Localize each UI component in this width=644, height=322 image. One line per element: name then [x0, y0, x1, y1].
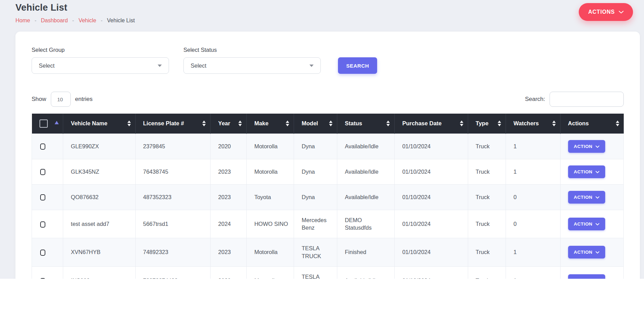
row-action-label: ACTION: [574, 195, 592, 200]
column-header-watchers[interactable]: Watchers: [506, 114, 561, 134]
cell-type: Truck: [468, 210, 506, 238]
row-action-button[interactable]: ACTION: [568, 274, 605, 279]
column-header-label: Watchers: [513, 120, 539, 127]
row-select-cell: [32, 134, 63, 159]
table-row: GLE990ZX23798452020MotorollaDynaAvailabl…: [32, 134, 624, 159]
search-button[interactable]: SEARCH: [338, 57, 377, 74]
entries-control: Show entries: [32, 92, 93, 107]
row-action-button[interactable]: ACTION: [568, 218, 605, 230]
status-select[interactable]: Select: [183, 57, 321, 74]
breadcrumb-separator: -: [72, 18, 74, 24]
group-filter-label: Select Group: [32, 47, 169, 53]
table-header-row: Vehicle NameLicense Plate #YearMakeModel…: [32, 114, 624, 134]
cell-model: Dyna: [294, 184, 337, 210]
column-header-make[interactable]: Make: [247, 114, 294, 134]
sort-arrows-icon[interactable]: [202, 120, 206, 126]
column-header-type[interactable]: Type: [468, 114, 506, 134]
vehicle-list-page: Vehicle List Home-Dashboard-Vehicle-Vehi…: [0, 0, 644, 322]
table-search-input[interactable]: [550, 92, 624, 107]
sort-up-icon: [460, 120, 463, 123]
cell-license-plate: 76438745: [135, 159, 211, 184]
breadcrumb-item-vehicle[interactable]: Vehicle: [79, 18, 97, 24]
cell-vehicle-name: XVN67HYB: [63, 238, 135, 267]
sort-down-icon: [286, 124, 289, 126]
sort-up-icon: [498, 120, 501, 123]
column-header-label: Make: [254, 120, 268, 127]
row-actions-cell: ACTION: [560, 134, 623, 159]
table-controls: Show entries Search:: [32, 92, 624, 107]
row-action-button[interactable]: ACTION: [568, 140, 605, 153]
column-header-label: Status: [345, 120, 362, 127]
row-action-button[interactable]: ACTION: [568, 246, 605, 258]
cell-vehicle-name: test asset add7: [63, 210, 135, 238]
row-checkbox[interactable]: [40, 143, 45, 150]
cell-license-plate: 2379845: [135, 134, 211, 159]
cell-status: Available/Idle: [337, 266, 395, 279]
sort-arrows-icon[interactable]: [498, 120, 501, 126]
row-action-button[interactable]: ACTION: [568, 191, 605, 204]
cell-status: Available/Idle: [337, 184, 395, 210]
row-checkbox[interactable]: [40, 250, 45, 256]
sort-arrows-icon[interactable]: [286, 120, 289, 126]
cell-type: Truck: [468, 159, 506, 184]
sort-ascending-icon: [55, 121, 59, 124]
row-select-cell: [32, 210, 63, 238]
chevron-down-icon: [596, 250, 599, 255]
column-header-purchase-date[interactable]: Purchase Date: [395, 114, 468, 134]
sort-arrows-icon[interactable]: [460, 120, 463, 126]
row-select-cell: [32, 184, 63, 210]
sort-arrows-icon[interactable]: [238, 120, 242, 126]
select-all-checkbox[interactable]: [39, 119, 48, 128]
sort-up-icon: [386, 120, 390, 123]
row-action-label: ACTION: [574, 278, 592, 279]
sort-down-icon: [616, 124, 619, 126]
cell-make: Toyota: [247, 184, 294, 210]
row-checkbox[interactable]: [40, 194, 45, 200]
column-header-model[interactable]: Model: [294, 114, 337, 134]
cell-purchase-date: 01/10/2024: [395, 266, 468, 279]
cell-purchase-date: 01/10/2024: [395, 238, 468, 267]
cell-purchase-date: 01/10/2024: [395, 184, 468, 210]
row-action-button[interactable]: ACTION: [568, 165, 605, 178]
breadcrumb: Home-Dashboard-Vehicle-Vehicle List: [15, 18, 633, 24]
cell-license-plate: 5667trsd1: [135, 210, 211, 238]
filter-bar: Select Group Select Select Status Select…: [32, 47, 624, 74]
column-header-year[interactable]: Year: [211, 114, 247, 134]
cell-status: Finished: [337, 238, 395, 267]
breadcrumb-item-dashboard[interactable]: Dashboard: [41, 18, 68, 24]
column-header-license-plate[interactable]: License Plate #: [135, 114, 211, 134]
cell-make: Motorolla: [247, 266, 294, 279]
actions-dropdown-button[interactable]: ACTIONS: [579, 3, 633, 21]
breadcrumb-item-home[interactable]: Home: [15, 18, 30, 24]
column-header-vehicle-name[interactable]: Vehicle Name: [63, 114, 135, 134]
cell-model: TESLA TRUCK: [294, 266, 337, 279]
sort-arrows-icon[interactable]: [552, 120, 556, 126]
cell-type: Truck: [468, 266, 506, 279]
group-select[interactable]: Select: [32, 57, 169, 74]
cell-model: TESLA TRUCK: [294, 238, 337, 267]
row-select-cell: [32, 159, 63, 184]
row-checkbox[interactable]: [40, 221, 45, 228]
entries-count-input[interactable]: [51, 92, 71, 107]
column-header-actions[interactable]: Actions: [560, 114, 623, 134]
cell-vehicle-name: GLK345NZ: [63, 159, 135, 184]
cell-watchers: 1: [506, 134, 561, 159]
row-actions-cell: ACTION: [560, 266, 623, 279]
sort-arrows-icon[interactable]: [386, 120, 390, 126]
row-checkbox[interactable]: [40, 278, 45, 279]
show-label: Show: [32, 96, 46, 103]
sort-arrows-icon[interactable]: [127, 120, 131, 126]
row-action-label: ACTION: [574, 250, 592, 255]
column-header-label: Actions: [568, 120, 589, 127]
chevron-down-icon: [596, 144, 599, 149]
sort-arrows-icon[interactable]: [616, 120, 619, 126]
table-row: test asset add75667trsd12024HOWO SINOMer…: [32, 210, 624, 238]
sort-down-icon: [329, 124, 332, 126]
chevron-down-icon: [596, 195, 599, 200]
sort-arrows-icon[interactable]: [329, 120, 332, 126]
cell-purchase-date: 01/10/2024: [395, 159, 468, 184]
cell-status: Available/Idle: [337, 134, 395, 159]
column-header-status[interactable]: Status: [337, 114, 395, 134]
cell-year: 2024: [211, 210, 247, 238]
row-checkbox[interactable]: [40, 169, 45, 175]
